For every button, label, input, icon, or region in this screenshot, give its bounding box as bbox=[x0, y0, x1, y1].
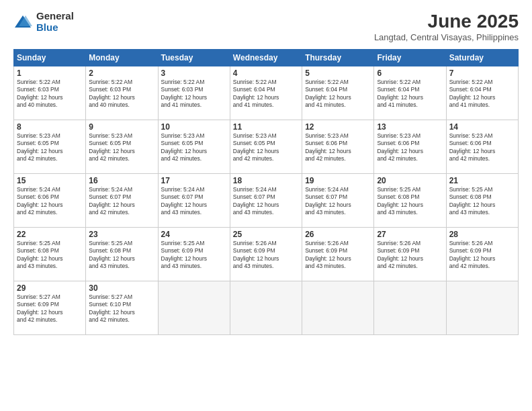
day-cell-22: 22Sunrise: 5:25 AM Sunset: 6:08 PM Dayli… bbox=[14, 228, 86, 281]
day-number: 10 bbox=[161, 122, 227, 132]
day-info: Sunrise: 5:23 AM Sunset: 6:05 PM Dayligh… bbox=[161, 132, 227, 163]
day-cell-20: 20Sunrise: 5:25 AM Sunset: 6:08 PM Dayli… bbox=[374, 174, 446, 228]
day-number: 8 bbox=[17, 122, 83, 132]
day-cell-1: 1Sunrise: 5:22 AM Sunset: 6:03 PM Daylig… bbox=[14, 66, 86, 120]
day-number: 9 bbox=[89, 122, 154, 132]
logo-text: General Blue bbox=[36, 11, 74, 33]
empty-cell bbox=[446, 281, 518, 335]
day-cell-8: 8Sunrise: 5:23 AM Sunset: 6:05 PM Daylig… bbox=[14, 120, 86, 174]
day-info: Sunrise: 5:25 AM Sunset: 6:08 PM Dayligh… bbox=[17, 240, 83, 271]
day-number: 11 bbox=[233, 122, 299, 132]
day-number: 23 bbox=[89, 230, 154, 239]
day-number: 16 bbox=[89, 176, 154, 185]
logo: General Blue bbox=[13, 11, 74, 33]
header-row: SundayMondayTuesdayWednesdayThursdayFrid… bbox=[14, 50, 519, 66]
day-header-tuesday: Tuesday bbox=[158, 50, 230, 66]
day-header-saturday: Saturday bbox=[446, 50, 518, 66]
day-cell-27: 27Sunrise: 5:26 AM Sunset: 6:09 PM Dayli… bbox=[374, 228, 446, 281]
day-cell-15: 15Sunrise: 5:24 AM Sunset: 6:06 PM Dayli… bbox=[14, 174, 86, 228]
day-number: 5 bbox=[305, 68, 371, 78]
day-number: 25 bbox=[233, 230, 299, 239]
calendar-page: General Blue June 2025 Langtad, Central … bbox=[0, 0, 532, 411]
day-number: 24 bbox=[161, 230, 227, 239]
day-number: 21 bbox=[449, 176, 515, 185]
day-cell-25: 25Sunrise: 5:26 AM Sunset: 6:09 PM Dayli… bbox=[230, 228, 302, 281]
day-info: Sunrise: 5:24 AM Sunset: 6:07 PM Dayligh… bbox=[161, 186, 227, 217]
day-number: 29 bbox=[17, 283, 83, 293]
day-info: Sunrise: 5:23 AM Sunset: 6:05 PM Dayligh… bbox=[89, 132, 154, 163]
day-info: Sunrise: 5:24 AM Sunset: 6:07 PM Dayligh… bbox=[233, 186, 299, 217]
day-cell-29: 29Sunrise: 5:27 AM Sunset: 6:09 PM Dayli… bbox=[14, 281, 86, 335]
day-cell-11: 11Sunrise: 5:23 AM Sunset: 6:05 PM Dayli… bbox=[230, 120, 302, 174]
day-cell-26: 26Sunrise: 5:26 AM Sunset: 6:09 PM Dayli… bbox=[302, 228, 374, 281]
day-info: Sunrise: 5:24 AM Sunset: 6:06 PM Dayligh… bbox=[17, 186, 83, 217]
day-info: Sunrise: 5:24 AM Sunset: 6:07 PM Dayligh… bbox=[89, 186, 154, 217]
day-header-thursday: Thursday bbox=[302, 50, 374, 66]
day-cell-9: 9Sunrise: 5:23 AM Sunset: 6:05 PM Daylig… bbox=[86, 120, 158, 174]
day-number: 14 bbox=[449, 122, 515, 132]
day-cell-30: 30Sunrise: 5:27 AM Sunset: 6:10 PM Dayli… bbox=[86, 281, 158, 335]
day-number: 12 bbox=[305, 122, 371, 132]
day-info: Sunrise: 5:23 AM Sunset: 6:05 PM Dayligh… bbox=[233, 132, 299, 163]
day-cell-23: 23Sunrise: 5:25 AM Sunset: 6:08 PM Dayli… bbox=[86, 228, 158, 281]
day-cell-17: 17Sunrise: 5:24 AM Sunset: 6:07 PM Dayli… bbox=[158, 174, 230, 228]
day-info: Sunrise: 5:25 AM Sunset: 6:08 PM Dayligh… bbox=[449, 186, 515, 217]
day-number: 20 bbox=[377, 176, 443, 185]
day-info: Sunrise: 5:25 AM Sunset: 6:09 PM Dayligh… bbox=[161, 240, 227, 271]
day-cell-3: 3Sunrise: 5:22 AM Sunset: 6:03 PM Daylig… bbox=[158, 66, 230, 120]
day-header-monday: Monday bbox=[86, 50, 158, 66]
day-number: 30 bbox=[89, 283, 154, 293]
day-cell-24: 24Sunrise: 5:25 AM Sunset: 6:09 PM Dayli… bbox=[158, 228, 230, 281]
logo-blue: Blue bbox=[36, 22, 74, 34]
day-number: 4 bbox=[233, 68, 299, 78]
day-cell-5: 5Sunrise: 5:22 AM Sunset: 6:04 PM Daylig… bbox=[302, 66, 374, 120]
day-cell-12: 12Sunrise: 5:23 AM Sunset: 6:06 PM Dayli… bbox=[302, 120, 374, 174]
day-number: 2 bbox=[89, 68, 154, 78]
day-number: 28 bbox=[449, 230, 515, 239]
day-info: Sunrise: 5:23 AM Sunset: 6:06 PM Dayligh… bbox=[449, 132, 515, 163]
day-number: 1 bbox=[17, 68, 83, 78]
day-info: Sunrise: 5:26 AM Sunset: 6:09 PM Dayligh… bbox=[305, 240, 371, 271]
day-info: Sunrise: 5:25 AM Sunset: 6:08 PM Dayligh… bbox=[89, 240, 154, 271]
day-cell-4: 4Sunrise: 5:22 AM Sunset: 6:04 PM Daylig… bbox=[230, 66, 302, 120]
calendar-title: June 2025 bbox=[374, 11, 519, 32]
day-cell-13: 13Sunrise: 5:23 AM Sunset: 6:06 PM Dayli… bbox=[374, 120, 446, 174]
calendar-table: SundayMondayTuesdayWednesdayThursdayFrid… bbox=[13, 49, 519, 335]
day-info: Sunrise: 5:22 AM Sunset: 6:03 PM Dayligh… bbox=[161, 79, 227, 109]
day-cell-16: 16Sunrise: 5:24 AM Sunset: 6:07 PM Dayli… bbox=[86, 174, 158, 228]
day-info: Sunrise: 5:27 AM Sunset: 6:10 PM Dayligh… bbox=[89, 293, 154, 324]
week-row-2: 8Sunrise: 5:23 AM Sunset: 6:05 PM Daylig… bbox=[14, 120, 519, 174]
day-cell-7: 7Sunrise: 5:22 AM Sunset: 6:04 PM Daylig… bbox=[446, 66, 518, 120]
empty-cell bbox=[374, 281, 446, 335]
week-row-5: 29Sunrise: 5:27 AM Sunset: 6:09 PM Dayli… bbox=[14, 281, 519, 335]
day-cell-18: 18Sunrise: 5:24 AM Sunset: 6:07 PM Dayli… bbox=[230, 174, 302, 228]
day-info: Sunrise: 5:26 AM Sunset: 6:09 PM Dayligh… bbox=[377, 240, 443, 271]
logo-general: General bbox=[36, 11, 74, 22]
day-number: 17 bbox=[161, 176, 227, 185]
day-cell-10: 10Sunrise: 5:23 AM Sunset: 6:05 PM Dayli… bbox=[158, 120, 230, 174]
week-row-3: 15Sunrise: 5:24 AM Sunset: 6:06 PM Dayli… bbox=[14, 174, 519, 228]
day-info: Sunrise: 5:22 AM Sunset: 6:03 PM Dayligh… bbox=[17, 79, 83, 109]
day-number: 19 bbox=[305, 176, 371, 185]
day-cell-21: 21Sunrise: 5:25 AM Sunset: 6:08 PM Dayli… bbox=[446, 174, 518, 228]
day-info: Sunrise: 5:22 AM Sunset: 6:04 PM Dayligh… bbox=[233, 79, 299, 109]
day-info: Sunrise: 5:22 AM Sunset: 6:04 PM Dayligh… bbox=[449, 79, 515, 109]
day-cell-6: 6Sunrise: 5:22 AM Sunset: 6:04 PM Daylig… bbox=[374, 66, 446, 120]
day-info: Sunrise: 5:27 AM Sunset: 6:09 PM Dayligh… bbox=[17, 293, 83, 324]
day-cell-14: 14Sunrise: 5:23 AM Sunset: 6:06 PM Dayli… bbox=[446, 120, 518, 174]
day-number: 26 bbox=[305, 230, 371, 239]
day-cell-28: 28Sunrise: 5:26 AM Sunset: 6:09 PM Dayli… bbox=[446, 228, 518, 281]
week-row-1: 1Sunrise: 5:22 AM Sunset: 6:03 PM Daylig… bbox=[14, 66, 519, 120]
day-info: Sunrise: 5:23 AM Sunset: 6:05 PM Dayligh… bbox=[17, 132, 83, 163]
day-info: Sunrise: 5:23 AM Sunset: 6:06 PM Dayligh… bbox=[305, 132, 371, 163]
calendar-subtitle: Langtad, Central Visayas, Philippines bbox=[374, 32, 519, 42]
day-info: Sunrise: 5:22 AM Sunset: 6:04 PM Dayligh… bbox=[305, 79, 371, 109]
day-number: 15 bbox=[17, 176, 83, 185]
week-row-4: 22Sunrise: 5:25 AM Sunset: 6:08 PM Dayli… bbox=[14, 228, 519, 281]
day-number: 13 bbox=[377, 122, 443, 132]
empty-cell bbox=[302, 281, 374, 335]
empty-cell bbox=[230, 281, 302, 335]
day-number: 7 bbox=[449, 68, 515, 78]
day-header-sunday: Sunday bbox=[14, 50, 86, 66]
day-header-friday: Friday bbox=[374, 50, 446, 66]
